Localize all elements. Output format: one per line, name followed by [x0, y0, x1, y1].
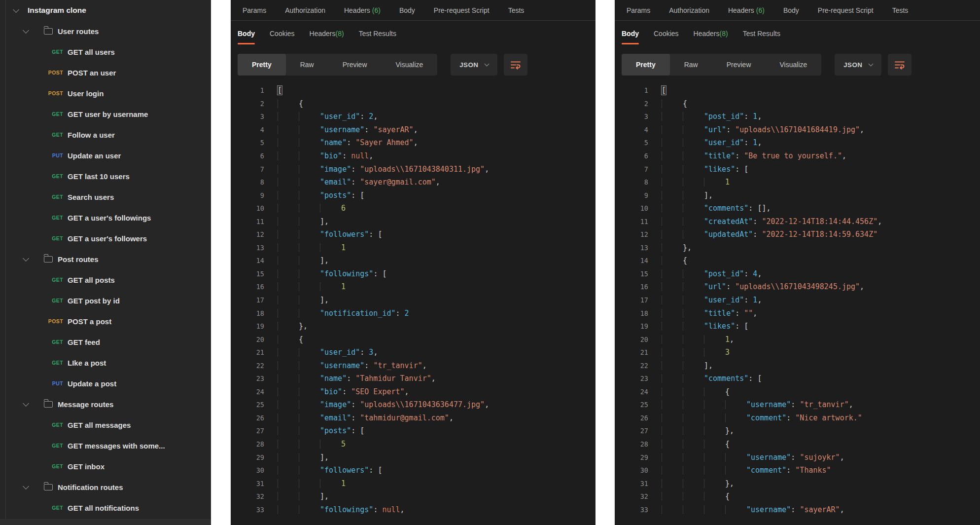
language-dropdown[interactable]: JSON: [451, 54, 497, 75]
sidebar-item-get-user-by-username[interactable]: GETGET user by username: [0, 104, 211, 124]
sidebar-item-get-all-notifications[interactable]: GETGET all notifications: [0, 497, 211, 518]
response-tab-test-results[interactable]: Test Results: [743, 21, 780, 46]
indent-guide: [683, 191, 704, 200]
request-tab-tests[interactable]: Tests: [892, 6, 909, 14]
line-content: "user_id": 1,: [648, 296, 762, 304]
chevron-down-icon[interactable]: [23, 400, 29, 407]
line-content: "likes": [: [648, 165, 748, 174]
request-tab-params[interactable]: Params: [627, 6, 650, 14]
line-number: 31: [615, 480, 648, 488]
sidebar-item-post-routes[interactable]: Post routes: [0, 249, 211, 269]
tab-label: Headers: [344, 6, 370, 14]
json-token: ,: [414, 138, 418, 147]
line-content: "comments": [],: [648, 204, 770, 213]
chevron-down-icon[interactable]: [13, 6, 19, 13]
sidebar-item-get-all-messages[interactable]: GETGET all messages: [0, 414, 211, 435]
app-window: Instagram cloneUser routesGETGET all use…: [0, 0, 980, 525]
view-tab-raw[interactable]: Raw: [286, 54, 328, 75]
request-tab-params[interactable]: Params: [243, 6, 266, 14]
sidebar-item-post-an-user[interactable]: POSTPOST an user: [0, 62, 211, 83]
sidebar-item-get-all-posts[interactable]: GETGET all posts: [0, 269, 211, 290]
code-viewer[interactable]: 1[2{3"post_id": 1,4"url": "uploads\\1671…: [615, 84, 980, 525]
line-number: 4: [615, 126, 648, 134]
sidebar-item-get-messages-with-some[interactable]: GETGET messages with some...: [0, 435, 211, 456]
view-tab-preview[interactable]: Preview: [328, 54, 382, 75]
request-tabs: ParamsAuthorizationHeaders (6)BodyPre-re…: [231, 0, 595, 21]
response-tab-cookies[interactable]: Cookies: [270, 21, 295, 46]
view-tab-preview[interactable]: Preview: [712, 54, 766, 75]
request-tab-authorization[interactable]: Authorization: [669, 6, 709, 14]
sidebar-item-user-routes[interactable]: User routes: [0, 21, 211, 41]
json-token: "uploads\\1671043840311.jpg": [360, 165, 485, 174]
response-tab-body[interactable]: Body: [622, 21, 639, 46]
line-content: "notification_id": 2: [264, 309, 409, 318]
sidebar-item-get-last-10-users[interactable]: GETGET last 10 users: [0, 166, 211, 187]
view-tab-visualize[interactable]: Visualize: [766, 54, 822, 75]
line-content: "email": "sayer@gmail.com",: [264, 178, 440, 187]
tab-label: Tests: [892, 6, 909, 14]
json-line: 18"notification_id": 2: [231, 306, 595, 320]
response-tab-body[interactable]: Body: [238, 21, 255, 46]
line-number: 28: [231, 440, 264, 448]
json-line: 14],: [231, 254, 595, 267]
view-tab-visualize[interactable]: Visualize: [382, 54, 438, 75]
chevron-down-icon[interactable]: [23, 27, 29, 34]
sidebar-item-notification-routes[interactable]: Notification routes: [0, 477, 211, 497]
chevron-down-icon[interactable]: [23, 483, 29, 489]
json-line: 1[: [231, 84, 595, 97]
request-tab-tests[interactable]: Tests: [508, 6, 525, 14]
json-token: :: [396, 309, 405, 318]
indent-guide: [662, 296, 683, 304]
chevron-down-icon[interactable]: [23, 255, 29, 262]
request-tab-authorization[interactable]: Authorization: [285, 6, 325, 14]
sidebar-item-label: Follow a user: [68, 131, 115, 139]
request-tab-pre-request-script[interactable]: Pre-request Script: [434, 6, 490, 14]
json-token: "username": [320, 361, 364, 370]
view-tab-pretty[interactable]: Pretty: [622, 54, 670, 75]
request-tab-headers[interactable]: Headers (6): [344, 6, 381, 14]
json-token: ,: [860, 282, 864, 291]
request-tab-pre-request-script[interactable]: Pre-request Script: [818, 6, 874, 14]
sidebar-item-get-all-users[interactable]: GETGET all users: [0, 41, 211, 62]
view-tab-pretty[interactable]: Pretty: [238, 54, 286, 75]
request-tab-headers[interactable]: Headers (6): [728, 6, 765, 14]
response-tab-test-results[interactable]: Test Results: [359, 21, 396, 46]
sidebar-item-get-post-by-id[interactable]: GETGET post by id: [0, 290, 211, 311]
sidebar-item-get-a-user-s-followings[interactable]: GETGET a user's followings: [0, 207, 211, 228]
sidebar-item-message-routes[interactable]: Message routes: [0, 394, 211, 414]
indent-guide: [704, 387, 725, 396]
language-dropdown[interactable]: JSON: [835, 54, 881, 75]
sidebar-item-post-a-post[interactable]: POSTPOST a post: [0, 311, 211, 332]
sidebar-item-user-login[interactable]: POSTUser login: [0, 83, 211, 104]
sidebar-item-update-an-user[interactable]: PUTUpdate an user: [0, 145, 211, 166]
response-tab-headers[interactable]: Headers (8): [310, 21, 344, 46]
json-token: ,: [431, 374, 436, 383]
sidebar-item-label: GET post by id: [68, 297, 120, 305]
request-tab-body[interactable]: Body: [783, 6, 799, 14]
json-token: "user_id": [320, 112, 360, 121]
json-token: :: [369, 230, 378, 239]
sidebar-item-get-feed[interactable]: GETGET feed: [0, 332, 211, 352]
indent-guide: [299, 217, 320, 226]
sidebar-item-search-users[interactable]: GETSearch users: [0, 187, 211, 207]
json-line: 32],: [231, 490, 595, 503]
code-viewer[interactable]: 1[2{3"user_id": 2,4"username": "sayerAR"…: [231, 84, 595, 525]
wrap-lines-button[interactable]: [504, 54, 527, 75]
json-token: "image": [320, 165, 351, 174]
wrap-lines-button[interactable]: [888, 54, 911, 75]
json-token: :: [791, 505, 800, 514]
view-tab-raw[interactable]: Raw: [670, 54, 712, 75]
indent-guide: [683, 426, 704, 435]
sidebar-item-like-a-post[interactable]: GETLIke a post: [0, 352, 211, 373]
sidebar-item-update-a-post[interactable]: PUTUpdate a post: [0, 373, 211, 394]
sidebar-item-get-inbox[interactable]: GETGET inbox: [0, 456, 211, 477]
request-tab-body[interactable]: Body: [399, 6, 415, 14]
indent-guide: [662, 217, 683, 226]
response-tab-cookies[interactable]: Cookies: [654, 21, 679, 46]
line-number: 14: [231, 257, 264, 264]
response-tab-headers[interactable]: Headers (8): [694, 21, 728, 46]
sidebar-item-instagram-clone[interactable]: Instagram clone: [0, 0, 211, 21]
sidebar-item-follow-a-user[interactable]: GETFollow a user: [0, 124, 211, 145]
sidebar-item-get-a-user-s-followers[interactable]: GETGET a user's followers: [0, 228, 211, 249]
sidebar-scrollbar-track[interactable]: [0, 519, 211, 525]
